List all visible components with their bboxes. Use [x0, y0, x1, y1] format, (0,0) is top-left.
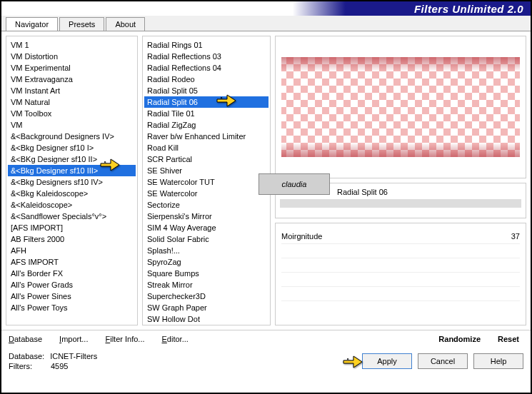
import-button[interactable]: Import... — [59, 335, 88, 343]
right-panel: claudia Radial Split 06 Moirgnitude 37 — [275, 36, 526, 325]
list-item[interactable]: &<Background Designers IV> — [8, 131, 136, 142]
list-item[interactable]: Radial Reflections 03 — [144, 51, 268, 62]
database-button[interactable]: Database — [9, 335, 42, 343]
svg-point-2 — [347, 358, 348, 360]
db-value: ICNET-Filters — [50, 352, 97, 360]
list-item[interactable]: All's Power Toys — [8, 302, 136, 313]
list-item[interactable]: AFS IMPORT — [8, 256, 136, 268]
list-item[interactable]: Sectorize — [144, 199, 268, 211]
list-item[interactable]: SE Watercolor — [144, 188, 268, 199]
list-item[interactable]: Splash!... — [144, 245, 268, 256]
param-row[interactable]: Moirgnitude 37 — [281, 229, 520, 244]
param-row-empty — [281, 287, 520, 301]
list-item[interactable]: Road Kill — [144, 142, 268, 153]
db-label: Database: — [9, 352, 44, 360]
filters-label: Filters: — [9, 362, 32, 370]
list-item[interactable]: Radial Split 06 — [144, 96, 268, 108]
list-item[interactable]: Streak Mirror — [144, 279, 268, 291]
editor-button[interactable]: Editor... — [162, 335, 189, 343]
list-item[interactable]: VM Natural — [8, 96, 136, 108]
pointer-annotation-icon — [342, 352, 363, 369]
tab-navigator[interactable]: Navigator — [6, 17, 58, 31]
preview-image — [281, 57, 520, 157]
list-item[interactable]: &<Bkg Designer sf10 I> — [8, 142, 136, 153]
list-item[interactable]: Radial Rodeo — [144, 74, 268, 85]
main-area: VM 1VM DistortionVM ExperimentalVM Extra… — [1, 31, 531, 330]
tab-presets[interactable]: Presets — [59, 17, 104, 31]
list-item[interactable]: All's Power Grads — [8, 279, 136, 291]
list-item[interactable]: Solid Solar Fabric — [144, 233, 268, 245]
list-item[interactable]: Radial Split 05 — [144, 85, 268, 96]
list-item[interactable]: SIM 4 Way Average — [144, 222, 268, 233]
filter-list[interactable]: Radial Rings 01Radial Reflections 03Radi… — [143, 36, 270, 325]
list-item[interactable]: SpyroZag — [144, 256, 268, 268]
list-item[interactable]: Sierpenski's Mirror — [144, 211, 268, 222]
list-item[interactable]: &<Bkg Designer sf10 III> — [8, 165, 136, 176]
list-item[interactable]: VM Instant Art — [8, 85, 136, 96]
param-name: Moirgnitude — [281, 232, 322, 241]
list-item[interactable]: &<BKg Designer sf10 II> — [8, 153, 136, 165]
list-item[interactable]: [AFS IMPORT] — [8, 222, 136, 233]
status-left: Database: ICNET-Filters Filters: 4595 — [9, 352, 97, 370]
list-item[interactable]: SW Hollow Dot — [144, 313, 268, 325]
watermark-badge: claudia — [259, 173, 330, 195]
param-row-empty — [281, 244, 520, 258]
app-title: Filters Unlimited 2.0 — [414, 3, 523, 15]
list-item[interactable]: Radial Reflections 04 — [144, 62, 268, 74]
title-bar: Filters Unlimited 2.0 — [1, 1, 531, 16]
list-item[interactable]: Superchecker3D — [144, 291, 268, 302]
params-box: Moirgnitude 37 — [275, 223, 526, 325]
list-item[interactable]: All's Power Sines — [8, 291, 136, 302]
list-item[interactable]: SW Graph Paper — [144, 302, 268, 313]
list-item[interactable]: VM — [8, 119, 136, 131]
list-item[interactable]: VM Experimental — [8, 62, 136, 74]
preview-box: claudia — [275, 36, 526, 178]
help-button[interactable]: Help — [473, 353, 523, 369]
list-item[interactable]: &<Bkg Designers sf10 IV> — [8, 176, 136, 188]
param-row-empty — [281, 273, 520, 287]
param-value: 37 — [511, 232, 520, 241]
list-item[interactable]: SE Shiver — [144, 165, 268, 176]
list-item[interactable]: SE Watercolor TUT — [144, 176, 268, 188]
buttons-right: Apply Cancel Help — [362, 353, 523, 369]
list-item[interactable]: Radial ZigZag — [144, 119, 268, 131]
filter-name-label: Radial Split 06 — [337, 188, 388, 196]
list-item[interactable]: Radial Tile 01 — [144, 108, 268, 119]
list-item[interactable]: All's Border FX — [8, 268, 136, 279]
list-item[interactable]: &<Kaleidoscope> — [8, 199, 136, 211]
list-item[interactable]: VM Distortion — [8, 51, 136, 62]
list-item[interactable]: Square Bumps — [144, 268, 268, 279]
reset-button[interactable]: Reset — [498, 335, 519, 343]
category-list-panel: VM 1VM DistortionVM ExperimentalVM Extra… — [6, 36, 138, 325]
footer-links-row: Database Import... Filter Info... Editor… — [1, 330, 531, 348]
tab-about[interactable]: About — [106, 17, 145, 31]
filter-list-panel: Radial Rings 01Radial Reflections 03Radi… — [142, 36, 271, 325]
tabs-container: Navigator Presets About — [1, 16, 531, 31]
list-item[interactable]: &<Bkg Kaleidoscope> — [8, 188, 136, 199]
list-item[interactable]: Raver b/w Enhanced Limiter — [144, 131, 268, 142]
filters-value: 4595 — [51, 362, 68, 370]
filter-info-button[interactable]: Filter Info... — [105, 335, 144, 343]
param-row-empty — [281, 258, 520, 273]
category-list[interactable]: VM 1VM DistortionVM ExperimentalVM Extra… — [6, 36, 137, 325]
apply-button[interactable]: Apply — [362, 353, 412, 369]
cancel-button[interactable]: Cancel — [418, 353, 468, 369]
list-item[interactable]: VM 1 — [8, 39, 136, 51]
list-item[interactable]: &<Sandflower Specials°v°> — [8, 211, 136, 222]
progress-bar — [280, 199, 521, 208]
list-item[interactable]: VM Extravaganza — [8, 74, 136, 85]
list-item[interactable]: Radial Rings 01 — [144, 39, 268, 51]
status-row: Database: ICNET-Filters Filters: 4595 Ap… — [1, 348, 531, 375]
list-item[interactable]: AB Filters 2000 — [8, 233, 136, 245]
randomize-button[interactable]: Randomize — [438, 335, 481, 343]
list-item[interactable]: VM Toolbox — [8, 108, 136, 119]
list-item[interactable]: SCR Partical — [144, 153, 268, 165]
list-item[interactable]: AFH — [8, 245, 136, 256]
